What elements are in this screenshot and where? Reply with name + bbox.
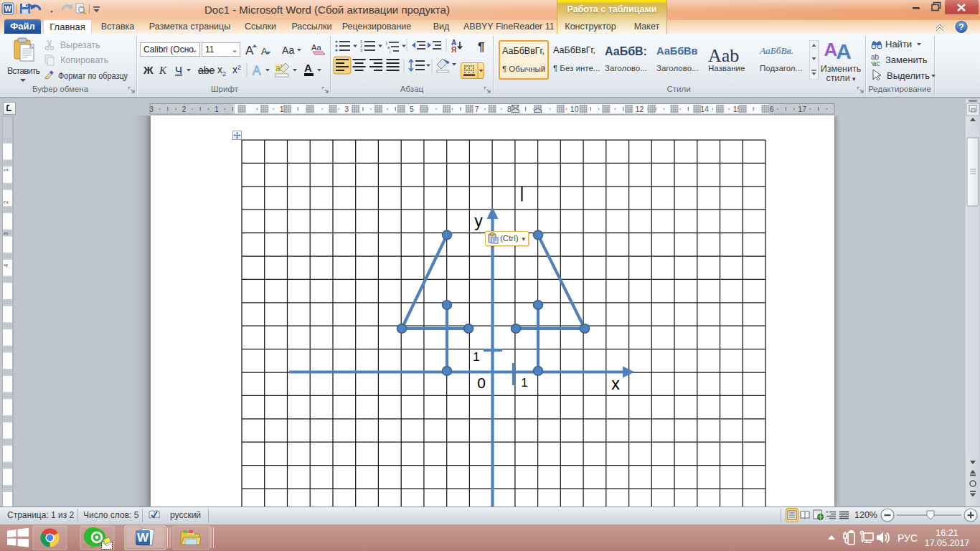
svg-text:y: y (474, 212, 483, 230)
svg-text:РУС: РУС (897, 532, 918, 544)
svg-text:x: x (611, 375, 620, 393)
svg-text:1: 1 (473, 350, 479, 364)
svg-text:0: 0 (477, 375, 486, 391)
svg-text:1: 1 (521, 376, 527, 390)
svg-text:16:21: 16:21 (936, 528, 958, 538)
svg-text:W: W (137, 531, 149, 545)
svg-text:17.05.2017: 17.05.2017 (925, 538, 970, 548)
